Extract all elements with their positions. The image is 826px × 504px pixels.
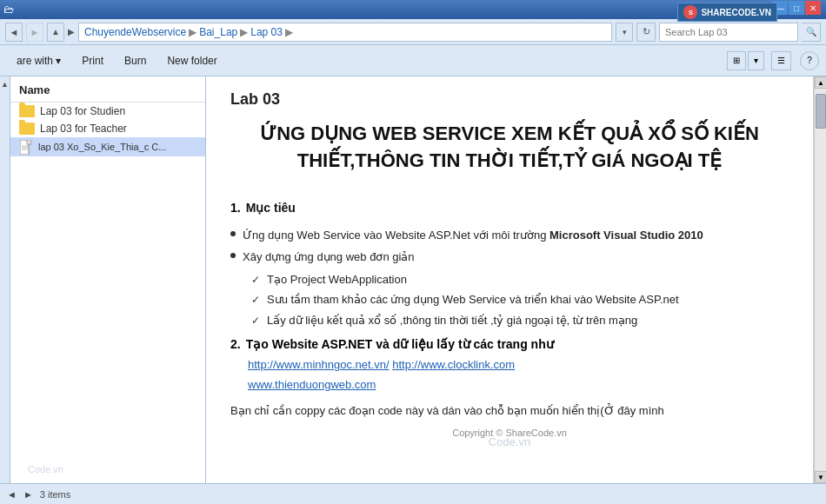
check-icon-1: ✓ xyxy=(251,272,260,288)
view-list-button[interactable]: ☰ xyxy=(771,51,791,70)
document-panel: Code.vn Lab 03 ỨNG DỤNG WEB SERVICE XEM … xyxy=(206,76,814,483)
item-count: 3 items xyxy=(40,489,70,500)
panel-header: Name xyxy=(10,80,205,103)
sub-bullet-1: ✓ Tạo Project WebApplication xyxy=(251,271,789,288)
bullet-dot-1 xyxy=(230,231,236,236)
status-right-arrow[interactable]: ► xyxy=(23,489,33,500)
scrollbar-thumb[interactable] xyxy=(816,94,826,129)
check-icon-3: ✓ xyxy=(251,313,260,328)
breadcrumb-sep-2: ▶ xyxy=(240,26,248,38)
sub-bullet-2: ✓ Sưu tầm tham khảo các ứng dụng Web Ser… xyxy=(251,291,789,308)
doc-title: Lab 03 xyxy=(230,90,789,109)
breadcrumb-sep-1: ▶ xyxy=(189,26,197,38)
section1-number: 1. xyxy=(230,201,241,215)
breadcrumb-sep-3: ▶ xyxy=(285,26,293,38)
nav-collapse-button[interactable]: ▲ xyxy=(0,76,10,483)
scrollbar[interactable]: ▲ ▼ xyxy=(814,76,826,483)
copyright-footer: Copyright © ShareCode.vn xyxy=(230,428,789,438)
section1-label: Mục tiêu xyxy=(246,201,296,215)
left-panel-watermark: Code.vn xyxy=(28,464,63,474)
sharecode-icon: S xyxy=(683,5,697,19)
burn-button[interactable]: Burn xyxy=(115,49,156,73)
new-folder-button[interactable]: New folder xyxy=(157,49,226,73)
bullet-item-1: Ứng dụng Web Service vào Website ASP.Net… xyxy=(230,227,789,244)
refresh-button[interactable]: ↻ xyxy=(636,23,656,42)
share-with-button[interactable]: are with ▾ xyxy=(7,49,70,73)
title-bar-left: 🗁 xyxy=(3,3,14,16)
folder-icon xyxy=(19,105,35,117)
bullet-item-2: Xây dựng ứng dụng web đơn giản xyxy=(230,249,789,266)
breadcrumb-part-1[interactable]: ChuyendeWebservice xyxy=(84,26,186,38)
last-text: Bạn chỉ cần coppy các đoạn code này và d… xyxy=(230,404,664,417)
scrollbar-up-button[interactable]: ▲ xyxy=(815,76,826,89)
help-button[interactable]: ? xyxy=(800,51,819,70)
print-button[interactable]: Print xyxy=(72,49,113,73)
sub-text-1: Tạo Project WebApplication xyxy=(267,271,407,288)
left-panel: Name Lap 03 for Studien Lap 03 for Teach… xyxy=(10,76,206,483)
window-icon: 🗁 xyxy=(3,3,14,16)
link-1[interactable]: http://www.minhngoc.net.vn/ xyxy=(248,358,390,371)
breadcrumb-expand-button[interactable]: ▾ xyxy=(616,23,633,42)
title-bar: 🗁 S SHARECODE.VN — □ ✕ xyxy=(0,0,826,19)
view-buttons: ⊞ ▾ ☰ ? xyxy=(727,51,819,70)
breadcrumb: ChuyendeWebservice ▶ Bai_Lap ▶ Lap 03 ▶ xyxy=(78,23,612,42)
address-arrow: ▶ xyxy=(68,27,75,36)
doc-heading: ỨNG DỤNG WEB SERVICE XEM KẾT QUẢ XỔ SỐ K… xyxy=(230,121,789,175)
file-name-1: Lap 03 for Studien xyxy=(40,105,125,117)
search-input[interactable] xyxy=(659,23,798,42)
bullet-text-1: Ứng dụng Web Service vào Website ASP.Net… xyxy=(243,227,703,244)
last-paragraph: Bạn chỉ cần coppy các đoạn code này và d… xyxy=(230,402,789,420)
sub-bullet-3: ✓ Lấy dữ liệu kết quả xổ số ,thông tin t… xyxy=(251,312,789,329)
address-bar: ◄ ► ▲ ▶ ChuyendeWebservice ▶ Bai_Lap ▶ L… xyxy=(0,19,826,45)
scrollbar-down-button[interactable]: ▼ xyxy=(815,471,826,483)
folder-icon xyxy=(19,123,35,135)
status-left-arrow[interactable]: ◄ xyxy=(7,489,17,500)
main-area: ▲ Name Lap 03 for Studien Lap 03 for Tea… xyxy=(0,76,826,483)
list-item[interactable]: Lap 03 for Teacher xyxy=(10,120,205,137)
maximize-button[interactable]: □ xyxy=(789,1,804,15)
file-name-2: Lap 03 for Teacher xyxy=(40,123,127,135)
search-button[interactable]: 🔍 xyxy=(802,23,821,42)
sharecode-logo: S SHARECODE.VN xyxy=(677,3,777,22)
nav-collapse-arrow-icon: ▲ xyxy=(1,80,9,89)
view-grid-button[interactable]: ⊞ xyxy=(727,51,746,70)
close-button[interactable]: ✕ xyxy=(805,1,821,15)
svg-rect-2 xyxy=(27,140,31,144)
nav-up-button[interactable]: ▲ xyxy=(47,23,64,42)
status-bar: ◄ ► 3 items xyxy=(0,483,826,504)
file-name-3: lap 03 Xo_So_Kie_Thia_c C... xyxy=(38,142,166,152)
sharecode-label: SHARECODE.VN xyxy=(701,8,771,17)
section2-number: 2. xyxy=(230,337,241,351)
link-2[interactable]: http://www.clocklink.com xyxy=(392,358,515,371)
bullet-text-2: Xây dựng ứng dụng web đơn giản xyxy=(243,249,415,266)
list-item-selected[interactable]: lap 03 Xo_So_Kie_Thia_c C... xyxy=(10,137,205,156)
nav-forward-button[interactable]: ► xyxy=(26,23,43,42)
sub-text-3: Lấy dữ liệu kết quả xổ số ,thông tin thờ… xyxy=(267,312,637,329)
doc-icon xyxy=(19,140,33,154)
bullet-dot-2 xyxy=(230,253,236,258)
view-dropdown-button[interactable]: ▾ xyxy=(748,51,764,70)
check-icon-2: ✓ xyxy=(251,292,260,308)
breadcrumb-part-2[interactable]: Bai_Lap xyxy=(199,26,237,38)
section2-label: Tạo Website ASP.NET và dữ liệu lấy từ cá… xyxy=(246,337,554,351)
toolbar: are with ▾ Print Burn New folder ⊞ ▾ ☰ ? xyxy=(0,45,826,76)
nav-back-button[interactable]: ◄ xyxy=(5,23,23,42)
sub-text-2: Sưu tầm tham khảo các ứng dụng Web Servi… xyxy=(267,291,679,308)
link-3[interactable]: www.thienduongweb.com xyxy=(248,378,376,391)
list-item[interactable]: Lap 03 for Studien xyxy=(10,103,205,120)
breadcrumb-part-3[interactable]: Lap 03 xyxy=(250,26,283,38)
